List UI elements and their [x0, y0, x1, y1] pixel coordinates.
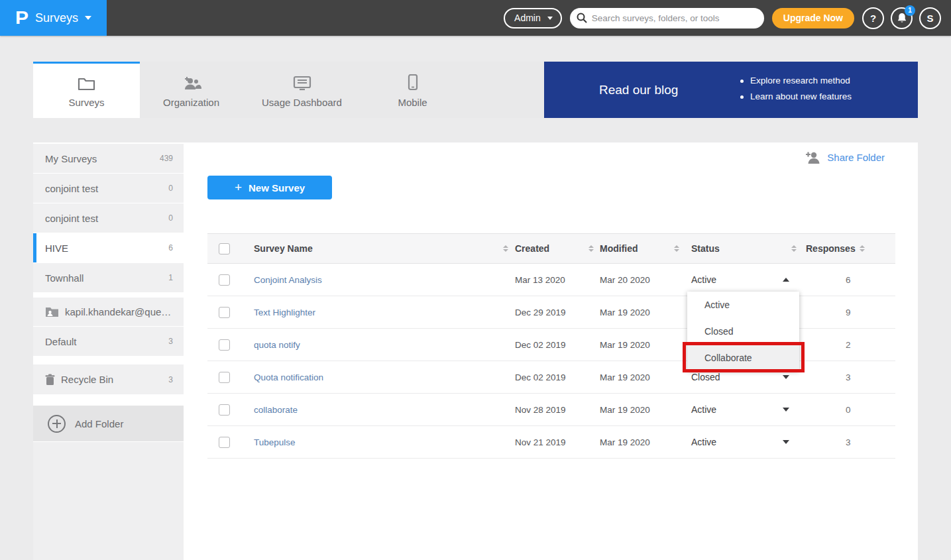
survey-name-link[interactable]: Tubepulse: [254, 437, 296, 447]
sidebar-item-conjoint-test-1[interactable]: conjoint test 0: [33, 174, 184, 203]
row-checkbox[interactable]: [219, 339, 230, 351]
table-row: collaborate Nov 28 2019 Mar 19 2020 Acti…: [207, 394, 895, 426]
upgrade-now-button[interactable]: Upgrade Now: [772, 8, 854, 28]
table-header: Survey Name Created Modified Status Resp…: [207, 233, 895, 264]
help-button[interactable]: ?: [862, 7, 884, 29]
survey-name-link[interactable]: Text Highlighter: [254, 308, 315, 317]
sort-icon[interactable]: [791, 245, 797, 252]
sidebar-item-my-surveys[interactable]: My Surveys 439: [33, 144, 184, 173]
banner-bullet: Explore research method: [750, 73, 850, 89]
search-input[interactable]: [592, 13, 757, 23]
modified-date: Mar 19 2020: [597, 405, 689, 415]
add-folder-button[interactable]: Add Folder: [33, 406, 184, 441]
folder-sidebar: My Surveys 439 conjoint test 0 conjoint …: [33, 142, 184, 560]
notifications-button[interactable]: 1: [891, 7, 913, 29]
organization-icon: [182, 74, 201, 91]
status-option-collaborate[interactable]: Collaborate: [687, 345, 799, 371]
column-survey-name[interactable]: Survey Name: [245, 243, 512, 254]
sidebar-item-townhall[interactable]: Townhall 1: [33, 263, 184, 292]
status-option-active[interactable]: Active: [687, 292, 799, 318]
survey-name-link[interactable]: collaborate: [254, 405, 298, 415]
folder-count: 0: [168, 184, 173, 193]
column-status[interactable]: Status: [689, 243, 806, 254]
banner-title: Read our blog: [599, 83, 678, 97]
usage-dashboard-icon: [293, 74, 311, 91]
row-checkbox[interactable]: [219, 372, 230, 383]
select-all-cell: [207, 243, 245, 254]
caret-down-icon: [783, 408, 789, 412]
avatar-letter: S: [926, 13, 933, 24]
bullet-dot: [740, 95, 744, 99]
status-dropdown-menu: Active Closed Collaborate: [687, 292, 799, 371]
top-navbar: P Surveys Admin Upgrade Now ? 1 S: [0, 0, 951, 36]
blog-banner[interactable]: Read our blog Explore research method Le…: [544, 62, 918, 118]
notification-badge: 1: [905, 5, 915, 16]
sort-icon[interactable]: [674, 245, 679, 252]
column-created[interactable]: Created: [512, 243, 597, 254]
column-label: Survey Name: [254, 243, 313, 254]
tab-usage-dashboard[interactable]: Usage Dashboard: [243, 62, 361, 118]
created-date: Nov 21 2019: [512, 437, 597, 447]
modified-date: Mar 20 2020: [597, 275, 689, 285]
column-modified[interactable]: Modified: [597, 243, 689, 254]
search-icon: [577, 13, 587, 23]
admin-menu[interactable]: Admin: [504, 8, 562, 28]
tab-surveys[interactable]: Surveys: [33, 62, 140, 118]
product-menu[interactable]: P Surveys: [0, 0, 107, 36]
share-folder-button[interactable]: Share Folder: [805, 151, 885, 164]
folder-label: My Surveys: [45, 153, 160, 164]
plus-icon: +: [235, 180, 242, 195]
column-responses[interactable]: Responses: [806, 243, 895, 254]
folder-count: 1: [168, 273, 173, 282]
tab-label: Mobile: [398, 97, 427, 108]
trash-icon: [45, 374, 55, 386]
status-value: Closed: [691, 372, 720, 382]
sort-icon[interactable]: [503, 245, 508, 252]
tab-mobile[interactable]: Mobile: [361, 62, 464, 118]
sidebar-item-default[interactable]: Default 3: [33, 327, 184, 356]
survey-name-link[interactable]: Conjoint Analysis: [254, 275, 322, 285]
sidebar-fill: [33, 442, 184, 560]
logo-p: P: [15, 8, 28, 28]
tab-label: Usage Dashboard: [262, 97, 342, 108]
new-survey-button[interactable]: + New Survey: [207, 176, 332, 199]
folder-label: conjoint test: [45, 183, 168, 194]
row-checkbox[interactable]: [219, 274, 230, 286]
row-checkbox[interactable]: [219, 307, 230, 318]
responses-count: 2: [806, 340, 895, 350]
sidebar-item-conjoint-test-2[interactable]: conjoint test 0: [33, 203, 184, 233]
created-date: Dec 29 2019: [512, 308, 597, 317]
row-checkbox[interactable]: [219, 404, 230, 416]
global-search: [570, 8, 764, 28]
sidebar-item-hive[interactable]: HIVE 6: [33, 233, 184, 262]
sidebar-item-shared-account[interactable]: kapil.khandekar@que…: [33, 298, 184, 326]
banner-bullets: Explore research method Learn about new …: [740, 73, 852, 105]
status-dropdown-trigger[interactable]: Active: [689, 274, 806, 285]
status-dropdown-trigger[interactable]: Active: [689, 437, 806, 447]
sidebar-item-recycle-bin[interactable]: Recycle Bin 3: [33, 364, 184, 394]
survey-name-link[interactable]: quota notify: [254, 340, 300, 350]
bullet-dot: [740, 80, 744, 83]
add-folder-icon: [48, 415, 66, 433]
status-dropdown-trigger[interactable]: Closed: [689, 372, 806, 382]
status-option-closed[interactable]: Closed: [687, 318, 799, 345]
row-checkbox[interactable]: [219, 437, 230, 448]
folder-label: Default: [45, 336, 168, 347]
select-all-checkbox[interactable]: [219, 243, 230, 254]
sort-icon[interactable]: [588, 245, 594, 252]
responses-count: 6: [806, 275, 895, 285]
tab-label: Organization: [163, 97, 219, 108]
tab-organization[interactable]: Organization: [140, 62, 243, 118]
main-card: My Surveys 439 conjoint test 0 conjoint …: [33, 142, 918, 560]
avatar[interactable]: S: [919, 7, 941, 29]
tab-label: Surveys: [68, 97, 104, 108]
sidebar-divider: [33, 395, 184, 406]
sort-icon[interactable]: [860, 245, 865, 252]
caret-up-icon: [783, 278, 789, 282]
status-dropdown-trigger[interactable]: Active: [689, 404, 806, 415]
folder-count: 6: [168, 243, 173, 252]
caret-down-icon: [547, 17, 553, 20]
folder-count: 3: [168, 375, 173, 384]
survey-name-link[interactable]: Quota notification: [254, 372, 323, 382]
share-folder-icon: [805, 151, 821, 164]
